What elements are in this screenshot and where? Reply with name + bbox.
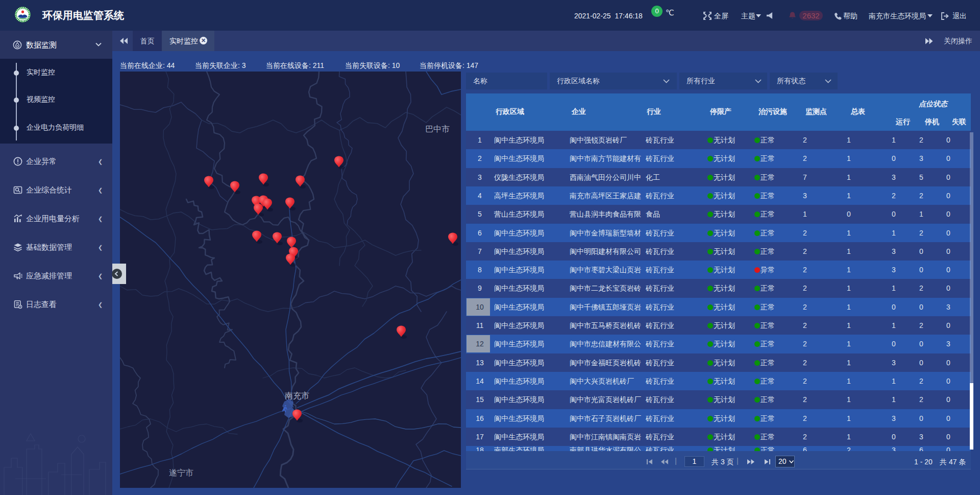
svg-text:遂宁市: 遂宁市 [169, 468, 193, 477]
svg-text:南充市: 南充市 [285, 391, 309, 400]
svg-text:巴中市: 巴中市 [425, 125, 450, 133]
